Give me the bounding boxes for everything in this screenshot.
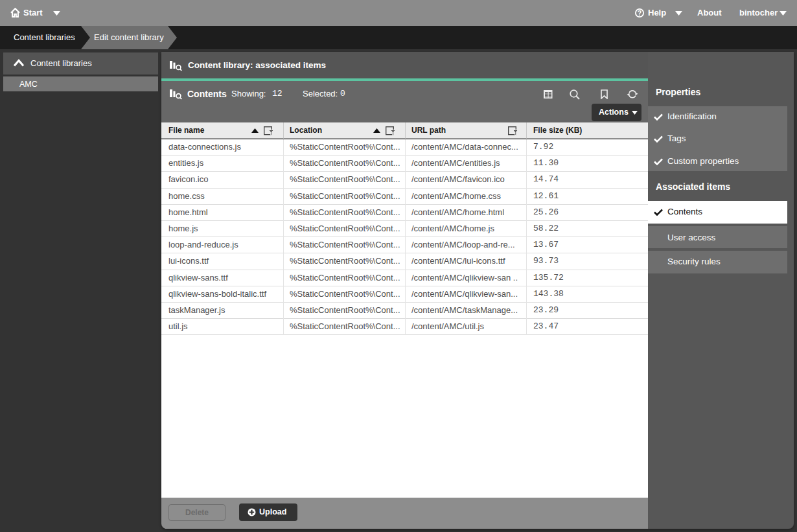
svg-text:?: ? [638, 9, 641, 17]
